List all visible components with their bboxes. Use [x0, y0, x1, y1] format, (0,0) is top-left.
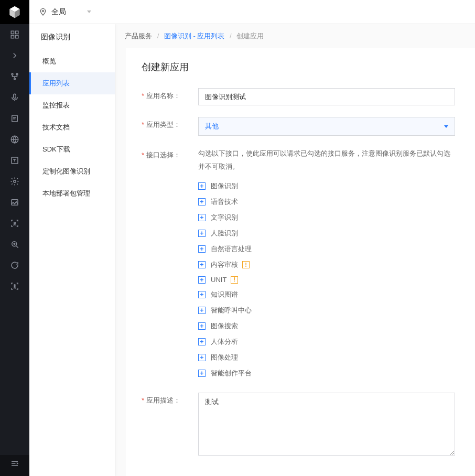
icon-rail	[0, 24, 29, 476]
interface-item[interactable]: +智能创作平台	[198, 365, 455, 381]
chevron-down-icon	[87, 10, 91, 13]
expand-icon: +	[198, 322, 206, 330]
page-title: 创建新应用	[142, 61, 459, 73]
sidebar-item-deploy[interactable]: 本地部署包管理	[29, 182, 115, 204]
svg-point-16	[14, 222, 16, 224]
interface-item[interactable]: +自然语言处理	[198, 241, 455, 257]
interface-label: UNIT	[211, 276, 226, 284]
face-scan-icon	[10, 219, 19, 228]
svg-point-14	[14, 180, 16, 183]
form-panel: 创建新应用 *应用名称： *应用类型： 其他 *接口选择： 勾选以下接口，使此应…	[126, 48, 475, 476]
logo[interactable]	[0, 0, 29, 24]
text-t-icon	[10, 156, 19, 165]
top-bar: 全局	[0, 0, 475, 24]
interface-item[interactable]: +智能呼叫中心	[198, 302, 455, 318]
body-scan-icon	[10, 282, 19, 291]
interface-item[interactable]: +图像识别	[198, 178, 455, 194]
sidebar-title: 图像识别	[29, 24, 115, 50]
rail-globe[interactable]	[0, 129, 29, 150]
sidebar-item-monitor[interactable]: 监控报表	[29, 94, 115, 116]
interface-item[interactable]: +图像搜索	[198, 318, 455, 334]
interface-item[interactable]: +人体分析	[198, 334, 455, 350]
interface-label: 图像处理	[211, 353, 238, 362]
rail-search-plus[interactable]	[0, 234, 29, 255]
expand-icon: +	[198, 230, 206, 237]
label-app-name: *应用名称：	[142, 88, 198, 101]
interface-item[interactable]: +知识图谱	[198, 287, 455, 302]
interface-label: 知识图谱	[211, 290, 238, 299]
app-type-value: 其他	[205, 122, 219, 131]
rail-gear[interactable]	[0, 171, 29, 192]
label-interfaces: *接口选择：	[142, 147, 198, 160]
expand-icon: +	[198, 291, 206, 298]
sidebar-item-docs[interactable]: 技术文档	[29, 116, 115, 138]
sidebar-item-overview[interactable]: 概览	[29, 50, 115, 72]
app-type-select[interactable]: 其他	[198, 117, 455, 136]
rail-text[interactable]	[0, 150, 29, 171]
refresh-icon	[10, 261, 19, 270]
warning-badge-icon: !	[242, 261, 250, 268]
image-icon	[10, 198, 19, 207]
rail-expand[interactable]	[0, 45, 29, 66]
expand-icon: +	[198, 214, 206, 221]
search-icon	[10, 240, 19, 249]
interface-item[interactable]: +文字识别	[198, 210, 455, 225]
expand-icon: +	[198, 198, 206, 205]
interface-label: 人体分析	[211, 337, 238, 347]
interface-item[interactable]: +UNIT!	[198, 273, 455, 287]
expand-icon: +	[198, 261, 206, 268]
svg-point-0	[42, 10, 44, 12]
gear-icon	[10, 177, 19, 186]
rail-network[interactable]	[0, 66, 29, 87]
interface-item[interactable]: +图像处理	[198, 350, 455, 365]
svg-line-18	[16, 246, 18, 248]
chevron-right-icon	[10, 51, 19, 60]
rail-dashboard[interactable]	[0, 24, 29, 45]
interface-label: 语音技术	[211, 197, 238, 207]
svg-point-7	[14, 78, 16, 80]
interface-list: +图像识别+语音技术+文字识别+人脸识别+自然语言处理+内容审核!+UNIT!+…	[198, 178, 455, 381]
sidebar-item-custom[interactable]: 定制化图像识别	[29, 160, 115, 182]
sidebar-item-sdk[interactable]: SDK下载	[29, 138, 115, 160]
rail-ocr[interactable]	[0, 108, 29, 129]
interface-item[interactable]: +内容审核!	[198, 257, 455, 273]
expand-icon: +	[198, 307, 206, 314]
interface-label: 图像识别	[211, 181, 238, 191]
rail-body[interactable]	[0, 276, 29, 297]
svg-point-6	[16, 73, 18, 75]
interface-item[interactable]: +语音技术	[198, 194, 455, 210]
interface-item[interactable]: +人脸识别	[198, 225, 455, 241]
interface-label: 智能创作平台	[211, 369, 252, 378]
rail-voice[interactable]	[0, 87, 29, 108]
crumb-link-app-list[interactable]: 图像识别 - 应用列表	[164, 32, 225, 40]
svg-rect-1	[11, 31, 14, 34]
mic-icon	[10, 93, 19, 102]
interface-hint: 勾选以下接口，使此应用可以请求已勾选的接口服务，注意图像识别服务已默认勾选并不可…	[198, 147, 455, 173]
warning-badge-icon: !	[231, 276, 238, 284]
rail-refresh[interactable]	[0, 255, 29, 276]
rail-face[interactable]	[0, 213, 29, 234]
grid-icon	[10, 30, 19, 39]
main-content: 产品服务 / 图像识别 - 应用列表 / 创建应用 创建新应用 *应用名称： *…	[115, 24, 475, 476]
document-scan-icon	[10, 114, 19, 123]
crumb-root: 产品服务	[125, 32, 152, 40]
sidebar-item-app-list[interactable]: 应用列表	[29, 72, 115, 94]
scope-label: 全局	[51, 7, 66, 17]
interface-label: 自然语言处理	[211, 244, 252, 254]
label-app-type: *应用类型：	[142, 117, 198, 129]
cube-icon	[8, 5, 21, 19]
svg-point-21	[14, 285, 15, 286]
interface-label: 文字识别	[211, 213, 238, 222]
scope-selector[interactable]: 全局	[29, 0, 101, 24]
svg-rect-3	[11, 36, 14, 38]
rail-image[interactable]	[0, 192, 29, 213]
rail-collapse[interactable]	[0, 455, 29, 476]
interface-label: 人脸识别	[211, 229, 238, 238]
sidebar: 图像识别 概览 应用列表 监控报表 技术文档 SDK下载 定制化图像识别 本地部…	[29, 24, 115, 476]
app-name-input[interactable]	[198, 88, 455, 105]
label-app-desc: *应用描述：	[142, 393, 198, 405]
expand-icon: +	[198, 276, 206, 284]
menu-collapse-icon	[10, 459, 19, 468]
breadcrumb: 产品服务 / 图像识别 - 应用列表 / 创建应用	[115, 24, 475, 48]
app-desc-input[interactable]	[198, 393, 455, 456]
